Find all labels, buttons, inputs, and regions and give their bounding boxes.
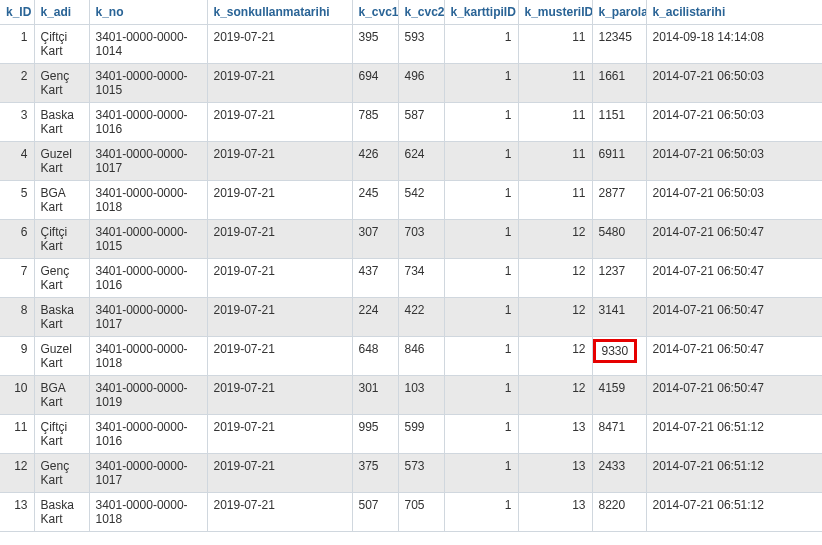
cell-k_ID: 3	[0, 103, 34, 142]
cell-k_no: 3401-0000-0000-1017	[89, 454, 207, 493]
column-header-k_cvc2[interactable]: k_cvc2	[398, 0, 444, 25]
cell-k_cvc2: 624	[398, 142, 444, 181]
cell-k_musteriID: 13	[518, 415, 592, 454]
cell-k_parola: 2877	[592, 181, 646, 220]
cell-k_cvc1: 507	[352, 493, 398, 532]
cell-k_adi: Çiftçi Kart	[34, 415, 89, 454]
cell-k_cvc1: 245	[352, 181, 398, 220]
cell-k_sonkullanmatarihi: 2019-07-21	[207, 142, 352, 181]
cell-k_ID: 7	[0, 259, 34, 298]
cell-k_adi: BGA Kart	[34, 376, 89, 415]
table-row[interactable]: 11Çiftçi Kart3401-0000-0000-10162019-07-…	[0, 415, 822, 454]
column-header-k_musteriID[interactable]: k_musteriID	[518, 0, 592, 25]
table-body: 1Çiftçi Kart3401-0000-0000-10142019-07-2…	[0, 25, 822, 532]
cell-k_sonkullanmatarihi: 2019-07-21	[207, 259, 352, 298]
cell-k_sonkullanmatarihi: 2019-07-21	[207, 337, 352, 376]
column-header-k_no[interactable]: k_no	[89, 0, 207, 25]
column-header-k_parola[interactable]: k_parola	[592, 0, 646, 25]
cell-k_cvc1: 437	[352, 259, 398, 298]
column-header-k_adi[interactable]: k_adi	[34, 0, 89, 25]
cell-k_no: 3401-0000-0000-1019	[89, 376, 207, 415]
cell-k_no: 3401-0000-0000-1016	[89, 259, 207, 298]
cell-k_musteriID: 12	[518, 259, 592, 298]
cell-k_ID: 12	[0, 454, 34, 493]
cell-k_karttipiID: 1	[444, 25, 518, 64]
cell-k_cvc1: 224	[352, 298, 398, 337]
cell-k_karttipiID: 1	[444, 64, 518, 103]
cell-k_musteriID: 13	[518, 454, 592, 493]
cell-k_ID: 1	[0, 25, 34, 64]
cell-k_acilistarihi: 2014-07-21 06:50:03	[646, 142, 822, 181]
cell-k_karttipiID: 1	[444, 181, 518, 220]
column-header-k_ID[interactable]: k_ID	[0, 0, 34, 25]
cell-k_parola: 1237	[592, 259, 646, 298]
cell-k_cvc1: 426	[352, 142, 398, 181]
table-row[interactable]: 6Çiftçi Kart3401-0000-0000-10152019-07-2…	[0, 220, 822, 259]
cell-k_cvc1: 395	[352, 25, 398, 64]
table-row[interactable]: 1Çiftçi Kart3401-0000-0000-10142019-07-2…	[0, 25, 822, 64]
cell-k_musteriID: 11	[518, 25, 592, 64]
cell-k_cvc2: 703	[398, 220, 444, 259]
cell-k_parola: 9330	[592, 337, 646, 376]
cell-k_karttipiID: 1	[444, 220, 518, 259]
cell-k_acilistarihi: 2014-09-18 14:14:08	[646, 25, 822, 64]
cell-k_cvc2: 599	[398, 415, 444, 454]
column-header-k_cvc1[interactable]: k_cvc1	[352, 0, 398, 25]
cell-k_sonkullanmatarihi: 2019-07-21	[207, 181, 352, 220]
cell-k_adi: Genç Kart	[34, 64, 89, 103]
cell-k_musteriID: 11	[518, 142, 592, 181]
cell-k_cvc1: 301	[352, 376, 398, 415]
cell-k_no: 3401-0000-0000-1018	[89, 181, 207, 220]
table-row[interactable]: 10BGA Kart3401-0000-0000-10192019-07-213…	[0, 376, 822, 415]
cell-k_karttipiID: 1	[444, 454, 518, 493]
cell-k_sonkullanmatarihi: 2019-07-21	[207, 454, 352, 493]
cell-k_musteriID: 13	[518, 493, 592, 532]
data-table: k_IDk_adik_nok_sonkullanmatarihik_cvc1k_…	[0, 0, 822, 532]
table-row[interactable]: 12Genç Kart3401-0000-0000-10172019-07-21…	[0, 454, 822, 493]
table-header: k_IDk_adik_nok_sonkullanmatarihik_cvc1k_…	[0, 0, 822, 25]
cell-k_adi: Guzel Kart	[34, 337, 89, 376]
cell-k_cvc2: 734	[398, 259, 444, 298]
cell-k_parola: 8471	[592, 415, 646, 454]
cell-k_ID: 4	[0, 142, 34, 181]
column-header-k_acilistarihi[interactable]: k_acilistarihi	[646, 0, 822, 25]
cell-k_cvc2: 593	[398, 25, 444, 64]
table-row[interactable]: 7Genç Kart3401-0000-0000-10162019-07-214…	[0, 259, 822, 298]
cell-k_karttipiID: 1	[444, 415, 518, 454]
cell-k_musteriID: 12	[518, 220, 592, 259]
cell-k_parola: 8220	[592, 493, 646, 532]
table-row[interactable]: 13Baska Kart3401-0000-0000-10182019-07-2…	[0, 493, 822, 532]
table-row[interactable]: 3Baska Kart3401-0000-0000-10162019-07-21…	[0, 103, 822, 142]
cell-k_ID: 10	[0, 376, 34, 415]
table-row[interactable]: 9Guzel Kart3401-0000-0000-10182019-07-21…	[0, 337, 822, 376]
table-row[interactable]: 5BGA Kart3401-0000-0000-10182019-07-2124…	[0, 181, 822, 220]
cell-k_no: 3401-0000-0000-1018	[89, 337, 207, 376]
cell-k_ID: 13	[0, 493, 34, 532]
column-header-k_sonkullanmatarihi[interactable]: k_sonkullanmatarihi	[207, 0, 352, 25]
cell-k_acilistarihi: 2014-07-21 06:50:03	[646, 103, 822, 142]
table-row[interactable]: 4Guzel Kart3401-0000-0000-10172019-07-21…	[0, 142, 822, 181]
cell-k_acilistarihi: 2014-07-21 06:50:47	[646, 337, 822, 376]
cell-k_musteriID: 11	[518, 103, 592, 142]
cell-k_parola: 1661	[592, 64, 646, 103]
cell-k_sonkullanmatarihi: 2019-07-21	[207, 298, 352, 337]
table-row[interactable]: 8Baska Kart3401-0000-0000-10172019-07-21…	[0, 298, 822, 337]
cell-k_karttipiID: 1	[444, 298, 518, 337]
column-header-k_karttipiID[interactable]: k_karttipiID	[444, 0, 518, 25]
cell-k_adi: Baska Kart	[34, 103, 89, 142]
cell-k_adi: Çiftçi Kart	[34, 220, 89, 259]
cell-k_adi: BGA Kart	[34, 181, 89, 220]
cell-k_adi: Baska Kart	[34, 493, 89, 532]
cell-k_acilistarihi: 2014-07-21 06:50:03	[646, 64, 822, 103]
cell-k_no: 3401-0000-0000-1015	[89, 220, 207, 259]
cell-k_sonkullanmatarihi: 2019-07-21	[207, 64, 352, 103]
cell-k_sonkullanmatarihi: 2019-07-21	[207, 220, 352, 259]
cell-k_acilistarihi: 2014-07-21 06:50:47	[646, 220, 822, 259]
cell-k_no: 3401-0000-0000-1015	[89, 64, 207, 103]
cell-k_cvc1: 307	[352, 220, 398, 259]
cell-k_ID: 9	[0, 337, 34, 376]
cell-k_sonkullanmatarihi: 2019-07-21	[207, 493, 352, 532]
cell-k_musteriID: 12	[518, 298, 592, 337]
table-row[interactable]: 2Genç Kart3401-0000-0000-10152019-07-216…	[0, 64, 822, 103]
cell-k_no: 3401-0000-0000-1016	[89, 415, 207, 454]
